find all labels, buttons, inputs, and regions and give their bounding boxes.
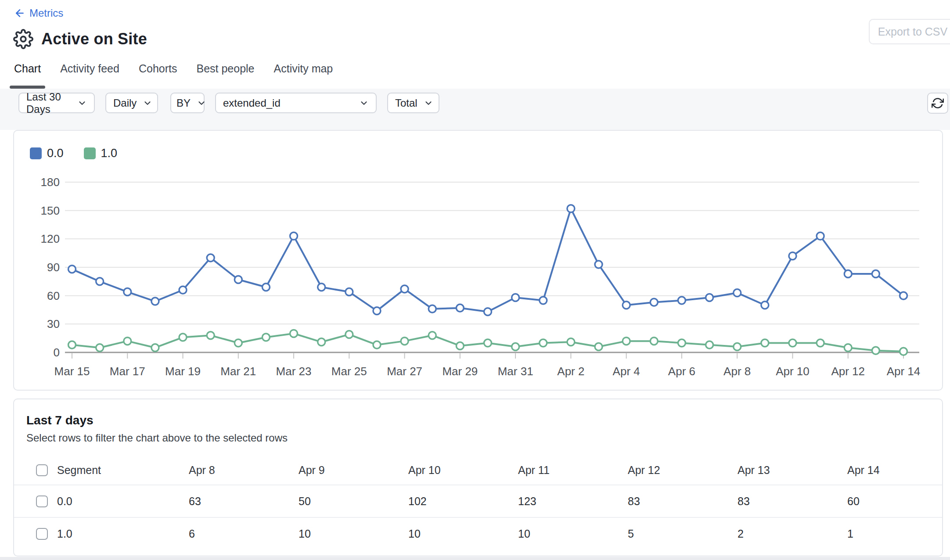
date-range-dropdown[interactable]: Last 30 Days	[18, 93, 95, 113]
data-point-1.0-Mar-30[interactable]	[484, 339, 492, 347]
data-point-0.0-Mar-18[interactable]	[151, 298, 159, 305]
data-point-0.0-Apr-7[interactable]	[706, 294, 713, 301]
table-header-row: SegmentApr 8Apr 9Apr 10Apr 11Apr 12Apr 1…	[14, 456, 942, 485]
data-point-0.0-Mar-21[interactable]	[234, 276, 242, 284]
data-point-0.0-Apr-6[interactable]	[678, 297, 685, 304]
data-point-1.0-Mar-22[interactable]	[262, 334, 270, 341]
data-point-0.0-Mar-30[interactable]	[484, 308, 492, 316]
legend-item-1.0[interactable]: 1.0	[84, 147, 118, 160]
data-point-1.0-Apr-11[interactable]	[817, 339, 824, 347]
x-axis-label-Apr-2: Apr 2	[557, 365, 584, 378]
data-point-1.0-Mar-24[interactable]	[318, 338, 325, 346]
tab-activity-feed[interactable]: Activity feed	[59, 62, 120, 89]
legend-label: 1.0	[101, 147, 118, 160]
data-point-1.0-Apr-1[interactable]	[540, 339, 547, 347]
data-point-1.0-Mar-21[interactable]	[234, 339, 242, 347]
property-dropdown[interactable]: extended_id	[215, 93, 377, 113]
data-point-1.0-Apr-5[interactable]	[650, 337, 658, 345]
data-point-1.0-Apr-8[interactable]	[734, 343, 741, 351]
y-axis-label-120: 120	[41, 232, 60, 245]
data-point-0.0-Mar-23[interactable]	[290, 232, 298, 240]
data-point-0.0-Apr-4[interactable]	[623, 302, 630, 309]
tab-chart[interactable]: Chart	[13, 62, 42, 89]
granularity-dropdown[interactable]: Daily	[105, 93, 158, 113]
row-checkbox-0.0[interactable]	[36, 495, 48, 507]
data-point-0.0-Mar-29[interactable]	[456, 304, 464, 312]
data-point-0.0-Mar-16[interactable]	[96, 278, 104, 285]
value-cell: 123	[518, 495, 628, 508]
data-point-1.0-Apr-9[interactable]	[761, 339, 769, 347]
data-point-0.0-Mar-24[interactable]	[318, 284, 325, 291]
x-axis-label-Mar-23: Mar 23	[276, 365, 312, 378]
data-point-0.0-Apr-5[interactable]	[650, 298, 658, 306]
data-point-0.0-Mar-28[interactable]	[428, 305, 436, 312]
table-body: 0.063501021238383601.06101010521	[14, 485, 942, 549]
data-point-0.0-Apr-11[interactable]	[817, 232, 824, 240]
by-label: BY	[176, 97, 191, 109]
data-point-1.0-Mar-19[interactable]	[179, 334, 187, 341]
data-point-0.0-Apr-10[interactable]	[789, 252, 796, 260]
data-point-0.0-Apr-8[interactable]	[734, 289, 741, 297]
refresh-button[interactable]	[927, 93, 948, 114]
data-point-0.0-Apr-2[interactable]	[567, 205, 575, 212]
data-point-0.0-Apr-14[interactable]	[900, 292, 907, 299]
back-link-metrics[interactable]: Metrics	[14, 7, 63, 19]
data-point-1.0-Mar-26[interactable]	[373, 341, 381, 348]
data-point-0.0-Apr-9[interactable]	[761, 302, 769, 309]
x-axis-label-Apr-8: Apr 8	[723, 365, 751, 378]
aggregation-dropdown[interactable]: Total	[387, 93, 439, 113]
data-point-1.0-Apr-13[interactable]	[872, 347, 879, 354]
data-point-1.0-Mar-28[interactable]	[428, 332, 436, 339]
data-point-1.0-Mar-16[interactable]	[96, 344, 104, 352]
column-header-Apr-13: Apr 13	[738, 464, 847, 477]
select-all-checkbox[interactable]	[36, 464, 48, 476]
data-point-1.0-Apr-10[interactable]	[789, 339, 796, 347]
data-point-0.0-Mar-31[interactable]	[512, 294, 519, 301]
data-point-1.0-Mar-31[interactable]	[512, 343, 519, 351]
segment-label: 0.0	[57, 495, 189, 508]
data-point-0.0-Apr-12[interactable]	[844, 270, 852, 278]
data-point-1.0-Apr-2[interactable]	[567, 338, 575, 346]
data-point-0.0-Mar-26[interactable]	[373, 307, 381, 315]
y-axis-label-150: 150	[41, 204, 60, 217]
data-point-0.0-Mar-22[interactable]	[262, 284, 270, 291]
value-cell: 102	[408, 495, 518, 508]
data-point-1.0-Mar-18[interactable]	[151, 344, 159, 352]
segment-table: SegmentApr 8Apr 9Apr 10Apr 11Apr 12Apr 1…	[14, 456, 942, 549]
legend-item-0.0[interactable]: 0.0	[30, 147, 64, 160]
data-point-0.0-Mar-19[interactable]	[179, 286, 187, 294]
row-checkbox-1.0[interactable]	[36, 528, 48, 540]
data-point-1.0-Apr-12[interactable]	[844, 344, 852, 352]
data-point-1.0-Apr-4[interactable]	[623, 337, 630, 345]
data-point-1.0-Mar-17[interactable]	[124, 337, 131, 345]
data-point-0.0-Apr-13[interactable]	[872, 270, 879, 278]
data-point-1.0-Apr-14[interactable]	[900, 348, 907, 355]
data-point-0.0-Mar-20[interactable]	[207, 254, 214, 262]
data-point-0.0-Mar-27[interactable]	[401, 285, 408, 293]
data-point-0.0-Apr-1[interactable]	[540, 297, 547, 304]
data-point-1.0-Mar-25[interactable]	[345, 331, 353, 338]
data-point-1.0-Apr-6[interactable]	[678, 339, 685, 347]
tab-cohorts[interactable]: Cohorts	[138, 62, 178, 89]
data-point-0.0-Apr-3[interactable]	[595, 261, 602, 268]
table-subtitle: Select rows to filter the chart above to…	[26, 432, 288, 444]
value-cell: 5	[628, 528, 738, 540]
date-range-value: Last 30 Days	[26, 91, 71, 115]
data-point-1.0-Mar-27[interactable]	[401, 337, 408, 345]
data-point-1.0-Mar-29[interactable]	[456, 342, 464, 349]
export-to-csv-button[interactable]: Export to CSV	[869, 19, 950, 44]
x-axis-label-Apr-10: Apr 10	[776, 365, 810, 378]
tab-best-people[interactable]: Best people	[195, 62, 255, 89]
data-point-1.0-Mar-15[interactable]	[68, 341, 76, 348]
data-point-0.0-Mar-25[interactable]	[345, 288, 353, 296]
data-point-1.0-Apr-3[interactable]	[595, 343, 602, 351]
data-point-1.0-Mar-20[interactable]	[207, 332, 214, 339]
series-line-0.0	[72, 208, 903, 312]
data-point-1.0-Apr-7[interactable]	[706, 341, 713, 348]
data-point-0.0-Mar-15[interactable]	[68, 266, 76, 273]
x-axis-label-Mar-15: Mar 15	[54, 365, 90, 378]
data-point-1.0-Mar-23[interactable]	[290, 330, 298, 337]
by-dropdown[interactable]: BY	[170, 93, 205, 113]
tab-activity-map[interactable]: Activity map	[273, 62, 334, 89]
data-point-0.0-Mar-17[interactable]	[124, 288, 131, 296]
